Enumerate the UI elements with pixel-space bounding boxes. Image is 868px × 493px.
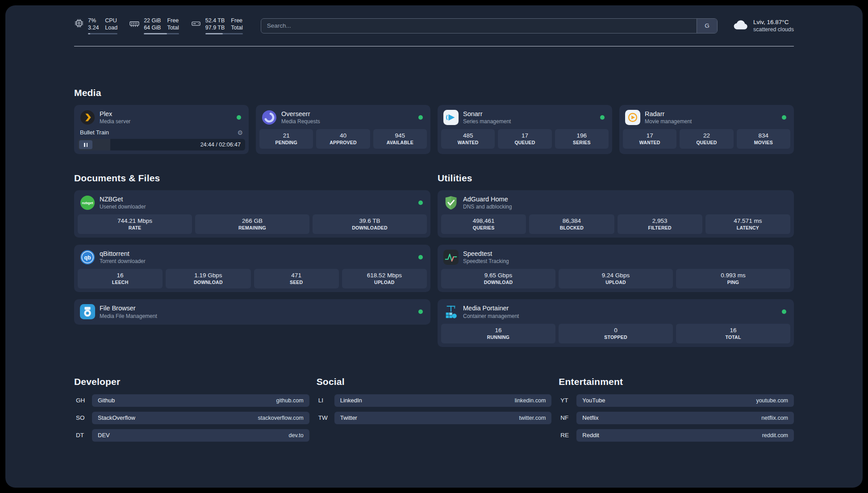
svg-text:qb: qb (84, 255, 91, 261)
cpu-widget: 7% 3.24 CPU Load (74, 17, 117, 34)
bookmark-link-twitter[interactable]: Twitter twitter.com (334, 412, 552, 424)
portainer-icon (443, 304, 459, 319)
stat-queued: 17 QUEUED (498, 129, 551, 149)
stat-blocked: 86,384 BLOCKED (529, 214, 614, 234)
pause-bar (84, 143, 85, 147)
pause-button[interactable] (79, 140, 92, 149)
adguard-service-link[interactable]: AdGuard Home DNS and adblocking (441, 194, 790, 214)
bookmark-group-social: Social LI LinkedIn linkedin.com TW Twitt… (317, 376, 552, 447)
disk-stats: 52.4 TB 97.9 TB Free Total (205, 17, 243, 34)
now-playing-row: Bullet Train ⚙ (78, 129, 245, 139)
bookmark-link-github[interactable]: Github github.com (92, 394, 309, 407)
service-name: Sonarr (463, 110, 511, 118)
overseerr-service-link[interactable]: Overseerr Media Requests (259, 109, 427, 129)
nzbget-text: NZBGet Usenet downloader (100, 195, 146, 210)
weather-location: Lviv, 16.87°C (753, 18, 794, 26)
bookmark-link-youtube[interactable]: YouTube youtube.com (576, 394, 794, 407)
adguard-card: AdGuard Home DNS and adblocking 498,461 … (438, 190, 794, 238)
overseerr-card: Overseerr Media Requests 21 PENDING 40 A… (256, 105, 430, 154)
disk-total-value: 97.9 TB (205, 24, 225, 31)
stat-leech: 16 LEECH (78, 269, 163, 288)
stat-upload: 9.24 Gbps UPLOAD (559, 269, 673, 288)
bookmark-link-linkedin[interactable]: LinkedIn linkedin.com (334, 394, 552, 407)
weather-text: Lviv, 16.87°C scattered clouds (753, 18, 794, 33)
bookmark-abbr: LI (317, 397, 334, 404)
bookmark-name: StackOverflow (98, 414, 135, 421)
stat-filtered: 2,953 FILTERED (618, 214, 702, 234)
bookmark-domain: netflix.com (761, 415, 788, 421)
bookmark-link-dev[interactable]: DEV dev.to (92, 429, 309, 442)
bookmark-group-entertainment: Entertainment YT YouTube youtube.com NF … (559, 376, 794, 447)
disk-labels: Free Total (231, 17, 242, 31)
stat-total: 16 TOTAL (676, 324, 790, 343)
bookmark-group-developer: Developer GH Github github.com SO StackO… (74, 376, 309, 447)
cpu-load-label: Load (105, 24, 117, 31)
pause-bar (87, 143, 88, 147)
memory-widget: 22 GiB 64 GiB Free Total (129, 17, 179, 34)
bookmark-link-netflix[interactable]: Netflix netflix.com (576, 412, 794, 424)
bookmark-name: Netflix (582, 414, 598, 421)
speedtest-text: Speedtest Speedtest Tracking (463, 250, 509, 265)
stat-value: 9.65 Gbps (442, 272, 555, 279)
speedtest-service-link[interactable]: Speedtest Speedtest Tracking (441, 248, 790, 269)
status-dot (600, 115, 605, 120)
stat-value: 0 (559, 326, 672, 334)
filebrowser-service-link[interactable]: File Browser Media File Management (78, 303, 427, 321)
service-subtitle: Speedtest Tracking (463, 258, 509, 265)
service-subtitle: DNS and adblocking (463, 204, 512, 210)
stat-upload: 618.52 Mbps UPLOAD (342, 269, 427, 288)
radarr-stats: 17 WANTED 22 QUEUED 834 MOVIES (623, 129, 790, 149)
sonarr-service-link[interactable]: Sonarr Series management (441, 109, 609, 129)
status-dot (782, 309, 786, 314)
stat-value: 0.993 ms (677, 272, 789, 279)
status-dot (782, 115, 786, 120)
stat-label: QUEUED (680, 139, 732, 146)
adguard-text: AdGuard Home DNS and adblocking (463, 195, 512, 210)
disk-icon (191, 18, 201, 29)
cpu-icon (74, 18, 84, 28)
filebrowser-text: File Browser Media File Management (100, 304, 157, 319)
plex-service-link[interactable]: Plex Media server (78, 109, 245, 129)
stat-label: SERIES (556, 139, 608, 146)
bookmark-link-stackoverflow[interactable]: StackOverflow stackoverflow.com (92, 412, 309, 424)
settings-icon[interactable]: ⚙ (237, 130, 243, 136)
service-subtitle: Media server (100, 118, 130, 125)
stat-value: 17 (624, 132, 676, 139)
stat-value: 22 (680, 132, 732, 139)
bookmark-name: Reddit (582, 432, 599, 439)
stat-label: DOWNLOAD (442, 279, 555, 285)
nzbget-service-link[interactable]: nzbget NZBGet Usenet downloader (78, 194, 427, 214)
stat-label: PING (677, 279, 789, 285)
status-dot (237, 115, 241, 120)
speedtest-stats: 9.65 Gbps DOWNLOAD 9.24 Gbps UPLOAD 0.99… (441, 269, 790, 288)
radarr-service-link[interactable]: Radarr Movie management (623, 109, 790, 129)
stat-label: LEECH (79, 279, 162, 285)
search-input[interactable] (261, 19, 697, 33)
search-provider-button[interactable]: G (697, 19, 717, 33)
bookmark-link-reddit[interactable]: Reddit reddit.com (576, 429, 794, 442)
stat-approved: 40 APPROVED (316, 129, 370, 149)
disk-free-label: Free (231, 17, 242, 24)
cpu-label: CPU (105, 17, 117, 24)
memory-progress-bar (144, 33, 179, 34)
speedtest-card: Speedtest Speedtest Tracking 9.65 Gbps D… (438, 245, 794, 292)
service-name: Radarr (645, 110, 692, 118)
memory-total-label: Total (167, 24, 179, 31)
portainer-service-link[interactable]: Media Portainer Container management (441, 303, 790, 323)
nzbget-icon: nzbget (80, 195, 95, 210)
bookmark-name: YouTube (582, 397, 605, 404)
bookmark-abbr: NF (559, 414, 576, 421)
bookmark-abbr: SO (74, 414, 92, 421)
stat-label: STOPPED (559, 334, 672, 340)
section-utilities: Utilities AdGuard Home (438, 173, 794, 347)
qbittorrent-service-link[interactable]: qb qBittorrent Torrent downloader (78, 248, 427, 269)
service-subtitle: Movie management (645, 118, 692, 125)
memory-values: 22 GiB 64 GiB (144, 17, 161, 31)
section-title-media: Media (74, 88, 794, 98)
stat-label: TOTAL (677, 334, 789, 340)
stat-movies: 834 MOVIES (737, 129, 790, 149)
stat-value: 498,461 (442, 217, 525, 225)
status-dot (418, 255, 423, 259)
stat-label: REMAINING (196, 225, 309, 231)
bookmark-row: DT DEV dev.to (74, 429, 309, 442)
